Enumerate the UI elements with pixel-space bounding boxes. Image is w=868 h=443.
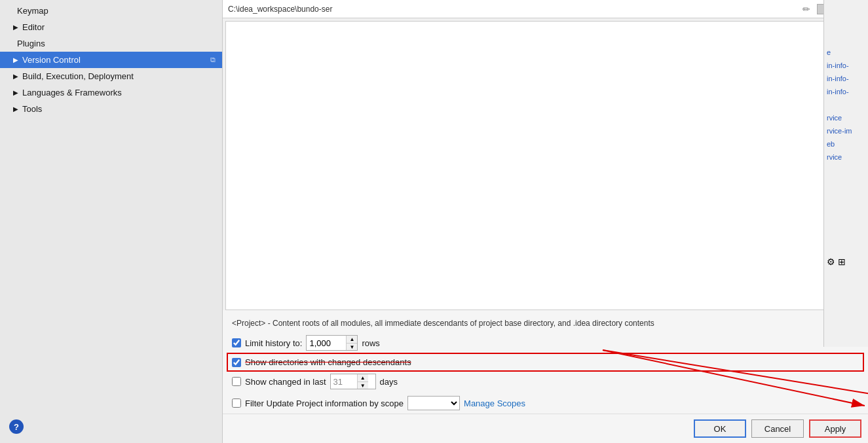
sidebar-item-keymap[interactable]: Keymap (0, 3, 222, 19)
sidebar-item-label: Languages & Frameworks (22, 88, 122, 97)
limit-history-checkbox[interactable] (232, 338, 241, 347)
rows-label: rows (362, 338, 379, 348)
show-directories-row: Show directories with changed descendant… (229, 354, 861, 370)
show-changed-checkbox[interactable] (232, 377, 241, 386)
limit-history-up[interactable]: ▲ (347, 336, 357, 343)
show-changed-arrows: ▲ ▼ (357, 374, 368, 389)
filter-update-label: Filter Update Project information by sco… (245, 399, 404, 408)
path-bar: C:\idea_workspace\bundo-ser Git ✏ (223, 0, 868, 18)
settings-section: <Project> - Content roots of all modules… (223, 310, 868, 414)
arrow-icon: ▶ (13, 73, 18, 80)
sidebar-item-version-control[interactable]: ▶ Version Control ⧉ (0, 52, 222, 68)
content-inner (226, 22, 854, 310)
arrow-icon: ▶ (13, 89, 18, 96)
limit-history-input[interactable] (307, 338, 346, 349)
right-panel-line: rvice-im (827, 124, 867, 137)
manage-scopes-link[interactable]: Manage Scopes (464, 399, 525, 408)
show-directories-checkbox[interactable] (232, 358, 241, 367)
main-content: C:\idea_workspace\bundo-ser Git ✏ ▲ ▼ <P… (223, 0, 868, 443)
sidebar-item-tools[interactable]: ▶ Tools (0, 101, 222, 117)
content-area: ▲ ▼ (225, 21, 865, 310)
show-changed-up[interactable]: ▲ (358, 374, 368, 381)
limit-history-spinner[interactable]: ▲ ▼ (306, 335, 358, 351)
arrow-icon: ▶ (13, 24, 18, 31)
right-panel: e in-info- in-info- in-info- rvice rvice… (823, 0, 868, 347)
sidebar-item-label: Build, Execution, Deployment (22, 71, 134, 81)
limit-history-label: Limit history to: (245, 338, 302, 348)
project-note: <Project> - Content roots of all modules… (229, 314, 861, 332)
show-changed-label-prefix: Show changed in last (245, 377, 326, 387)
show-changed-spinner[interactable]: ▲ ▼ (330, 374, 376, 389)
arrow-icon: ▶ (13, 105, 18, 113)
show-changed-down[interactable]: ▼ (358, 381, 368, 389)
right-panel-content: e in-info- in-info- in-info- rvice rvice… (824, 0, 868, 165)
right-panel-line: in-info- (827, 72, 867, 85)
show-changed-label-suffix: days (380, 377, 398, 387)
show-directories-label: Show directories with changed descendant… (245, 357, 411, 367)
config-icon[interactable]: ⊞ (838, 257, 846, 267)
gear-icon[interactable]: ⚙ (827, 257, 835, 267)
right-panel-line: rvice (827, 151, 867, 164)
sidebar-item-label: Version Control (22, 55, 81, 65)
right-panel-line: rvice (827, 111, 867, 124)
sidebar: Keymap ▶ Editor Plugins ▶ Version Contro… (0, 0, 223, 443)
right-panel-line: in-info- (827, 85, 867, 98)
arrow-icon: ▶ (13, 56, 18, 63)
limit-history-row: Limit history to: ▲ ▼ rows (229, 332, 861, 354)
sidebar-item-editor[interactable]: ▶ Editor (0, 19, 222, 35)
sidebar-item-label: Keymap (17, 6, 48, 16)
right-toolbar: ⚙ ⊞ (825, 255, 847, 268)
right-panel-line: in-info- (827, 59, 867, 72)
apply-button[interactable]: Apply (809, 419, 861, 438)
limit-history-down[interactable]: ▼ (347, 343, 357, 350)
ok-button[interactable]: OK (694, 419, 746, 438)
filter-update-row: Filter Update Project information by sco… (229, 393, 861, 414)
cancel-button[interactable]: Cancel (751, 419, 804, 438)
edit-icon[interactable]: ✏ (799, 3, 814, 16)
sidebar-item-label: Editor (22, 22, 45, 32)
filter-update-dropdown[interactable] (407, 396, 460, 410)
limit-history-arrows: ▲ ▼ (346, 336, 357, 350)
path-text: C:\idea_workspace\bundo-ser (228, 5, 827, 14)
right-panel-line: eb (827, 137, 867, 151)
copy-icon: ⧉ (210, 56, 216, 64)
right-panel-line (827, 98, 867, 111)
sidebar-item-plugins[interactable]: Plugins (0, 35, 222, 52)
show-changed-row: Show changed in last ▲ ▼ days (229, 370, 861, 393)
sidebar-item-languages[interactable]: ▶ Languages & Frameworks (0, 84, 222, 101)
sidebar-item-build[interactable]: ▶ Build, Execution, Deployment (0, 68, 222, 84)
sidebar-item-label: Plugins (17, 39, 45, 48)
filter-update-checkbox[interactable] (232, 399, 241, 408)
right-panel-line: e (827, 46, 867, 59)
bottom-buttons: OK Cancel Apply (223, 414, 868, 443)
sidebar-item-label: Tools (22, 104, 42, 114)
show-changed-input[interactable] (331, 376, 357, 387)
